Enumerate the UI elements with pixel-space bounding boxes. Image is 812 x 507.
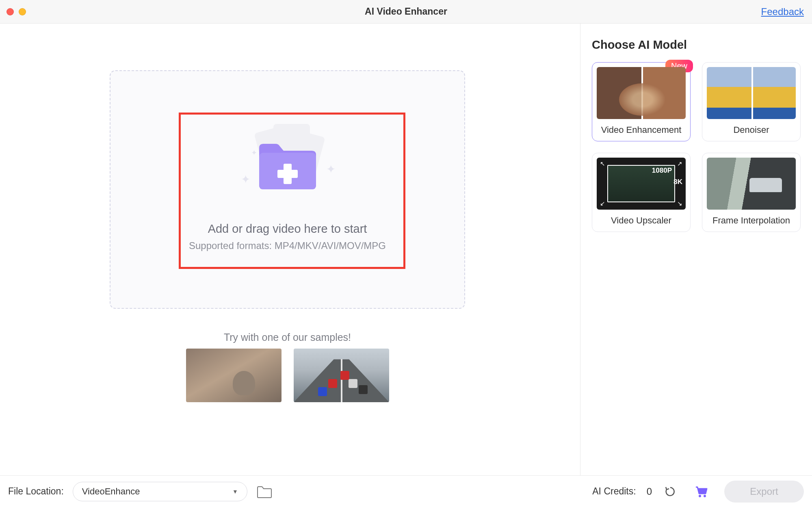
chevron-down-icon: ▼ <box>232 488 238 495</box>
main-panel: ✦ ✦ ✦ Add or drag video here to start Su… <box>0 24 580 475</box>
model-thumb-frame-interpolation <box>707 158 796 210</box>
titlebar: AI Video Enhancer Feedback <box>0 0 812 24</box>
sidebar-title: Choose AI Model <box>592 38 801 52</box>
model-denoiser[interactable]: Denoiser <box>702 62 801 141</box>
model-video-upscaler[interactable]: ↖↗ ↙↘ 1080P 8K Video Upscaler <box>592 153 691 232</box>
refresh-credits-button[interactable] <box>664 485 676 498</box>
model-label: Frame Interpolation <box>707 215 796 226</box>
sample-video-2[interactable] <box>294 349 389 402</box>
model-video-enhancement[interactable]: New Video Enhancement <box>592 62 691 141</box>
svg-point-3 <box>699 495 701 497</box>
svg-point-4 <box>704 495 706 497</box>
model-thumb-denoiser <box>707 67 796 119</box>
dropzone-main-text: Add or drag video here to start <box>110 222 464 236</box>
dropzone-illustration: ✦ ✦ ✦ <box>235 124 340 201</box>
model-label: Video Enhancement <box>597 125 686 135</box>
bottombar: File Location: VideoEnhance ▼ AI Credits… <box>0 475 812 507</box>
model-thumb-upscaler: ↖↗ ↙↘ 1080P 8K <box>597 158 686 210</box>
model-label: Denoiser <box>707 125 796 135</box>
video-dropzone[interactable]: ✦ ✦ ✦ Add or drag video here to start Su… <box>110 70 465 309</box>
sample-video-1[interactable] <box>186 349 281 402</box>
svg-rect-2 <box>277 170 298 178</box>
sidebar-panel: Choose AI Model New Video Enhancement De… <box>580 24 812 475</box>
feedback-link[interactable]: Feedback <box>761 6 804 17</box>
window-controls <box>0 8 26 15</box>
upscaler-1080p-label: 1080P <box>652 167 672 175</box>
samples-row <box>186 349 389 402</box>
model-label: Video Upscaler <box>597 215 686 226</box>
samples-label: Try with one of our samples! <box>110 332 465 343</box>
model-thumb-enhancement <box>597 67 686 119</box>
app-title: AI Video Enhancer <box>365 6 447 17</box>
export-button[interactable]: Export <box>724 481 804 503</box>
ai-credits-value: 0 <box>647 486 652 497</box>
folder-plus-icon <box>257 143 318 191</box>
model-frame-interpolation[interactable]: Frame Interpolation <box>702 153 801 232</box>
ai-credits-label: AI Credits: <box>592 486 636 497</box>
window-minimize-button[interactable] <box>19 8 26 15</box>
model-grid: New Video Enhancement Denoiser ↖↗ ↙↘ 108… <box>592 62 801 232</box>
upscaler-8k-label: 8K <box>673 178 682 186</box>
purchase-credits-button[interactable] <box>694 485 708 498</box>
dropzone-supported-text: Supported formats: MP4/MKV/AVI/MOV/MPG <box>110 240 464 251</box>
open-folder-button[interactable] <box>256 485 273 498</box>
file-location-label: File Location: <box>8 486 64 497</box>
file-location-value: VideoEnhance <box>82 486 140 497</box>
window-close-button[interactable] <box>6 8 14 15</box>
file-location-select[interactable]: VideoEnhance ▼ <box>73 482 247 501</box>
content-area: ✦ ✦ ✦ Add or drag video here to start Su… <box>0 24 812 475</box>
